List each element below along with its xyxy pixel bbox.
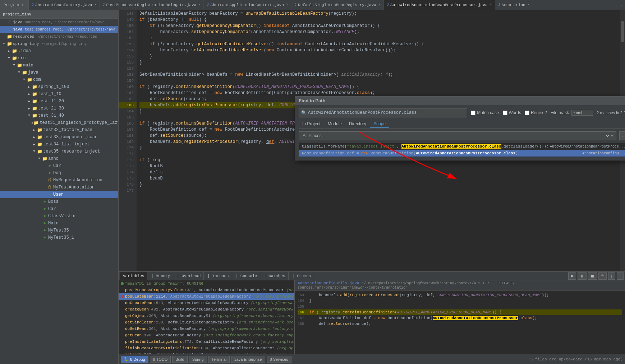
tree-item-mytest35-1[interactable]: ● MyTest35_1	[0, 234, 118, 241]
debug-tab-memory[interactable]: | Memory	[148, 272, 173, 280]
match-case-checkbox[interactable]	[471, 111, 475, 115]
debug-toolbar-step-into[interactable]: ↓	[608, 272, 615, 280]
tree-item-car-anno[interactable]: ● Car	[0, 162, 118, 169]
scope-tab-in-project[interactable]: In Project	[299, 120, 324, 128]
debug-tab-watches[interactable]: | Watches	[261, 272, 288, 280]
status-todo-btn[interactable]: 8 TODO	[150, 356, 171, 363]
debug-stack-item-8[interactable]: getBean:196, AbstractBeanFactory (org.sp…	[119, 332, 294, 339]
debug-toolbar-resume[interactable]: ▶	[568, 272, 576, 280]
resources-icon: 📁	[6, 34, 12, 39]
debug-toolbar-step-out[interactable]: ↑	[617, 272, 624, 280]
debug-stack-item-4[interactable]: createBean:482, AbstractAutowireCapableB…	[119, 306, 294, 313]
tree-item-test-11-20[interactable]: ▶ 📁 test_11_20	[0, 98, 118, 105]
find-input-wrap[interactable]: 🔍	[299, 108, 467, 117]
debug-tab-console[interactable]: | Console	[233, 272, 260, 280]
status-terminal-btn[interactable]: Terminal	[208, 356, 230, 363]
words-checkbox[interactable]	[503, 111, 507, 115]
debug-stack-item-11[interactable]: refresh:537, AbstractApplicationContext …	[119, 351, 294, 354]
debug-stack-item-2[interactable]: populateBean:1214, AbstractAutowireCapab…	[119, 293, 294, 300]
tree-item-java-src[interactable]: J java sources root, ~/project/src/main/…	[0, 19, 118, 26]
tree-item-myrequestannotation[interactable]: @ MyRequestAnnotation	[0, 177, 118, 184]
debug-toolbar-step-over[interactable]: ↷	[598, 272, 607, 280]
tree-item-spring-tiny[interactable]: ▼ 📁 spring_tiny ~/project/spring_tiny	[0, 40, 118, 47]
tree-item-test-21-30[interactable]: ▶ 📁 test_21_30	[0, 105, 118, 112]
regex-checkbox[interactable]	[525, 111, 529, 115]
file-mask-input[interactable]	[571, 110, 593, 116]
status-services-btn[interactable]: 8 Services	[267, 356, 291, 363]
find-result-0[interactable]: ClassUtils.forName("javax.inject.Inject"…	[299, 143, 625, 150]
close-tab-3[interactable]: ×	[378, 3, 381, 7]
status-spring-btn[interactable]: Spring	[189, 356, 207, 363]
tree-item-src[interactable]: ▼ 📁 src	[0, 55, 118, 62]
debug-stack-item-10[interactable]: finishBeanFactoryInitialization:834, Abs…	[119, 345, 294, 351]
debug-stack-item-9[interactable]: preInstantiateSingletons:772, DefaultLis…	[119, 339, 294, 345]
find-result-1[interactable]: RootBeanDefinition def = new RootBeanDef…	[299, 150, 625, 157]
file-tab-1[interactable]: J PostProcessorRegistrationDelegate.java…	[100, 0, 204, 10]
tree-item-car[interactable]: ● Car	[0, 205, 118, 213]
debug-tab-variables[interactable]: Variables	[120, 272, 147, 280]
tree-item-spring-1-100[interactable]: ▶ 📁 spring_1_100	[0, 83, 118, 90]
debug-stack-item-6[interactable]: getSingleton:230, DefaultSingletonBeanRe…	[119, 319, 294, 326]
tree-item-idea[interactable]: ▶ 📁 .idea	[0, 47, 118, 55]
tree-item-main[interactable]: ▼ 📁 main	[0, 62, 118, 69]
debug-stack[interactable]: "main"@1 in group "main": RUNNING postPr…	[119, 280, 295, 354]
file-tab-5[interactable]: J Annotation ×	[495, 0, 533, 10]
tree-item-test32[interactable]: ▶ 📁 test32_factory_bean	[0, 126, 118, 134]
status-debug-btn[interactable]: 🐛 8 Debug	[121, 356, 148, 363]
scope-tab-scope[interactable]: Scope	[370, 120, 389, 128]
file-tab-4[interactable]: J AutowiredAnnotationBeanPostProcessor.j…	[384, 0, 495, 10]
project-tab[interactable]: Project ▼	[0, 0, 29, 10]
tree-container[interactable]: J java sources root, ~/project/src/main/…	[0, 19, 118, 364]
tree-item-resources[interactable]: 📁 resources ~/project/src/main/resources	[0, 33, 118, 40]
file-tab-label-4: AutowiredAnnotationBeanPostProcessor.jav…	[390, 3, 488, 7]
tree-item-test33[interactable]: ▶ 📁 test33_component_scan	[0, 134, 118, 141]
status-build-btn[interactable]: Build	[172, 356, 187, 363]
scrollbar-thumb[interactable]	[621, 21, 624, 42]
debug-stack-item-1[interactable]: postProcessPropertyValues:331, Autowired…	[119, 287, 294, 293]
close-tab-0[interactable]: ×	[94, 3, 96, 7]
scope-select-wrap[interactable]: All Places ▼	[299, 131, 616, 140]
close-tab-2[interactable]: ×	[286, 3, 288, 7]
close-tab-4[interactable]: ×	[490, 3, 492, 7]
debug-toolbar-pause[interactable]: ⏸	[578, 272, 587, 280]
tree-item-mytest35[interactable]: ● MyTest35	[0, 227, 118, 234]
tree-label-test35: test35_resource_inject	[43, 149, 100, 154]
debug-tab-overhead[interactable]: | Overhead	[174, 272, 204, 280]
tree-item-test-1-10[interactable]: ▶ 📁 test_1_10	[0, 90, 118, 98]
scope-more-btn[interactable]: ···	[619, 131, 625, 140]
debug-toolbar-stop[interactable]: ⏹	[588, 272, 597, 280]
tree-item-java-test[interactable]: J java test sources root, ~/project/src/…	[0, 26, 118, 33]
scope-select[interactable]: All Places	[301, 133, 610, 139]
tree-item-user[interactable]: ● User	[0, 191, 118, 198]
debug-stack-item-3[interactable]: doCreateBean:543, AbstractAutowireCapabl…	[119, 300, 294, 306]
java-enterprise-label: Java Enterprise	[234, 357, 262, 361]
debug-stack-item-5[interactable]: getObject:305, AbstractBeanFactory$1 (or…	[119, 313, 294, 319]
tree-item-main2[interactable]: ● Main	[0, 220, 118, 227]
scope-tab-module[interactable]: Module	[324, 120, 345, 128]
debug-tab-threads[interactable]: | Threads	[204, 272, 232, 280]
close-tab-5[interactable]: ×	[528, 3, 530, 7]
tree-item-mytestannotation[interactable]: @ MyTestAnnotation	[0, 184, 118, 191]
tree-item-test35[interactable]: ▼ 📁 test35_resource_inject	[0, 148, 118, 155]
file-tab-0[interactable]: J AbstractBeanFactory.java ×	[29, 0, 100, 10]
close-tab-1[interactable]: ×	[198, 3, 201, 7]
tree-item-anno[interactable]: ▼ 📁 anno	[0, 155, 118, 162]
find-search-input[interactable]	[308, 110, 465, 115]
debug-tab-frames[interactable]: | Frames	[289, 272, 314, 280]
tree-item-java-main[interactable]: ▼ 📁 java	[0, 69, 118, 76]
tree-item-boss[interactable]: ● Boss	[0, 198, 118, 205]
file-tab-2[interactable]: J AbstractApplicationContext.java ×	[204, 0, 291, 10]
tree-item-test34[interactable]: ▶ 📁 test34_list_inject	[0, 141, 118, 148]
debug-stack-label-7: doGetBean:301, AbstractBeanFactory (org.…	[125, 327, 294, 331]
debug-stack-item-7[interactable]: doGetBean:301, AbstractBeanFactory (org.…	[119, 326, 294, 332]
tree-item-com[interactable]: ▼ 📁 com	[0, 76, 118, 83]
tree-item-dog[interactable]: ● Dog	[0, 169, 118, 177]
status-java-enterprise-btn[interactable]: Java Enterprise	[231, 356, 265, 363]
tree-item-test-31-40[interactable]: ▼ 📁 test_31_40	[0, 112, 118, 119]
tree-item-classvistor[interactable]: ● ClassVistor	[0, 213, 118, 220]
debug-stack-item-0[interactable]: "main"@1 in group "main": RUNNING	[119, 280, 294, 287]
scope-tab-directory[interactable]: Directory	[345, 120, 370, 128]
debug-code-area[interactable]: 163 beanDefs.add(registerPostProcessor(r…	[295, 291, 625, 328]
file-tab-3[interactable]: J DefaultSingletonBeanRegistry.java ×	[291, 0, 384, 10]
tree-item-test31[interactable]: ▶ 📁 test31_singleton_prototype_lazy_init	[0, 119, 118, 126]
